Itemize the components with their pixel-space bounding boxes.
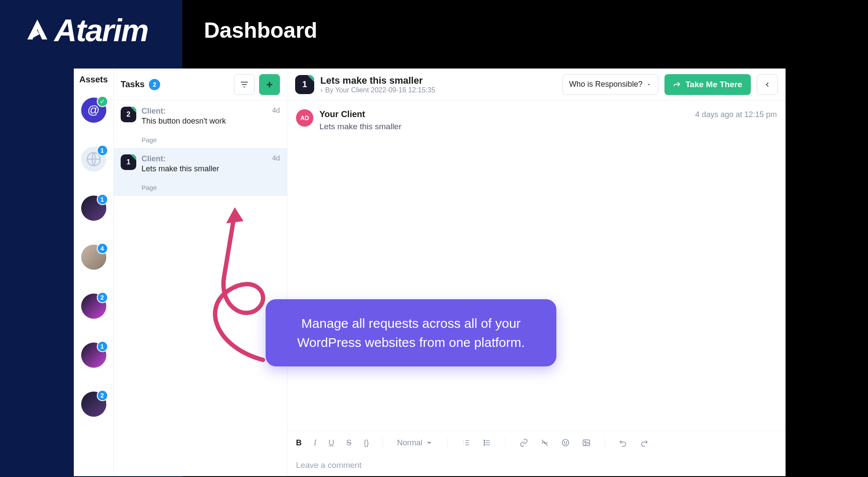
take-me-there-button[interactable]: Take Me There [664,74,751,95]
svg-point-8 [585,441,586,443]
font-label: Normal [397,438,422,448]
asset-badge: 1 [97,341,108,352]
responsible-label: Who is Responsible? [569,80,642,89]
code-button[interactable]: {} [364,438,369,448]
unordered-list-button[interactable] [483,438,491,447]
detail-title: Lets make this smaller [320,75,435,86]
svg-point-5 [564,442,565,443]
comment-editor: B I U S {} Normal [287,431,786,476]
image-icon [582,438,591,447]
asset-badge: 1 [97,145,108,156]
ordered-list-button[interactable] [462,438,470,447]
task-item-0[interactable]: 2 Client: This button doesn't work Page … [114,101,287,148]
comment-author: Your Client [319,109,365,119]
svg-point-1 [484,440,485,441]
brand-logo: Atarim [0,0,182,61]
asset-item-4[interactable]: 2 [81,294,106,319]
plus-icon [265,80,274,89]
asset-badge: 2 [97,292,108,303]
asset-item-1[interactable]: 1 [81,147,106,172]
task-number-badge: 1 [121,154,136,170]
task-title: This button doesn't work [141,117,280,126]
tasks-column: Tasks 2 2 Client: This button doesn't wo… [114,69,287,476]
svg-point-4 [562,440,569,446]
assets-header: Assets [79,75,108,85]
detail-number-badge: 1 [295,75,314,94]
avatar: AD [296,109,313,127]
tasks-count-badge: 2 [149,79,160,90]
caret-down-icon [425,438,434,447]
asset-badge: 4 [97,243,108,254]
task-detail-pane: 1 Lets make this smaller › By Your Clien… [287,69,786,476]
task-age: 4d [272,154,280,162]
italic-button[interactable]: I [314,438,316,448]
task-title: Lets make this smaller [141,164,280,173]
font-dropdown[interactable]: Normal [397,438,434,448]
dashboard-panel: Assets @ ✓ 1 1 4 2 1 2 Tasks [74,69,786,476]
redirect-icon [673,81,681,88]
asset-item-0[interactable]: @ ✓ [81,98,106,123]
page-title: Dashboard [204,18,317,43]
strikethrough-button[interactable]: S [346,438,352,448]
chevron-right-icon: › [320,86,322,94]
task-client-label: Client: [141,107,280,116]
emoji-button[interactable] [561,438,570,447]
callout-text: Manage all requests across all of your W… [297,316,525,350]
link-button[interactable] [519,438,528,447]
back-button[interactable] [757,74,778,95]
underline-button[interactable]: U [329,438,334,448]
svg-point-6 [566,442,567,443]
task-number-badge: 2 [121,107,136,122]
asset-badge: 2 [97,390,108,401]
redo-button[interactable] [640,438,648,447]
chevron-left-icon [763,81,771,88]
task-page-label: Page [141,136,280,144]
assets-rail: Assets @ ✓ 1 1 4 2 1 2 [74,69,114,476]
comment-input[interactable]: Leave a comment [287,454,786,476]
unlink-icon [540,438,549,447]
undo-button[interactable] [619,438,628,447]
task-age: 4d [272,107,280,114]
detail-byline: › By Your Client 2022-09-16 12:15:35 [320,86,435,94]
tasks-label: Tasks [121,79,145,89]
brand-name: Atarim [54,13,148,48]
responsible-dropdown[interactable]: Who is Responsible? [562,74,658,95]
comment-text: Lets make this smaller [319,122,777,131]
asset-item-2[interactable]: 1 [81,196,106,221]
add-task-button[interactable] [259,74,280,95]
comment-item: AD Your Client 4 days ago at 12:15 pm Le… [296,109,777,131]
task-item-1[interactable]: 1 Client: Lets make this smaller Page 4d [114,148,287,196]
task-client-label: Client: [141,154,280,163]
asset-item-5[interactable]: 1 [81,343,106,368]
filter-button[interactable] [234,74,255,95]
annotation-callout: Manage all requests across all of your W… [266,299,556,366]
ordered-list-icon [462,438,470,447]
undo-icon [619,438,628,447]
emoji-icon [561,438,570,447]
asset-badge: 1 [97,194,108,205]
svg-point-2 [484,442,485,444]
detail-byline-text: By Your Client 2022-09-16 12:15:35 [325,86,435,94]
tasks-header: Tasks 2 [114,69,287,101]
asset-item-6[interactable]: 2 [81,392,106,417]
check-icon: ✓ [97,96,108,107]
bold-button[interactable]: B [296,438,302,448]
link-icon [519,438,528,447]
caret-down-icon [646,82,652,88]
task-page-label: Page [141,184,280,191]
image-button[interactable] [582,438,591,447]
filter-icon [240,80,249,89]
unordered-list-icon [483,438,491,447]
editor-toolbar: B I U S {} Normal [287,431,786,454]
comment-timestamp: 4 days ago at 12:15 pm [695,110,777,119]
brand-mark-icon [24,17,51,44]
unlink-button[interactable] [540,438,549,447]
svg-point-3 [484,444,485,446]
take-me-label: Take Me There [685,80,742,89]
redo-icon [640,438,648,447]
detail-header: 1 Lets make this smaller › By Your Clien… [287,69,786,101]
comments-area: AD Your Client 4 days ago at 12:15 pm Le… [287,101,786,431]
asset-item-3[interactable]: 4 [81,245,106,270]
